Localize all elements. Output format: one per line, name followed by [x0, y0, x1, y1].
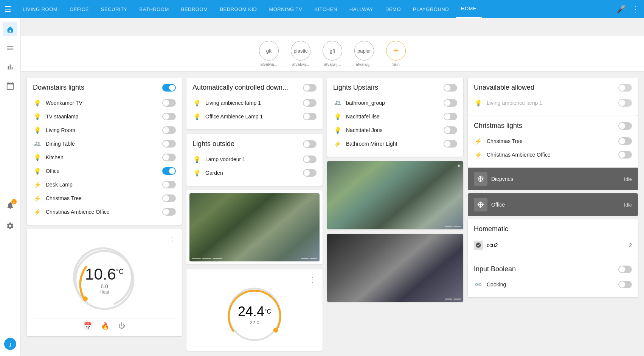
sidebar-list-icon[interactable]	[3, 41, 17, 55]
hamburger-menu[interactable]: ☰	[5, 5, 11, 14]
item-toggle[interactable]	[303, 155, 317, 163]
tab-office[interactable]: OFFICE	[64, 0, 94, 18]
downstairs-toggle[interactable]	[162, 84, 176, 92]
sidebar-chart-icon[interactable]	[3, 60, 17, 74]
outside-camera-card	[186, 190, 323, 264]
unavail-item-toggle[interactable]	[618, 99, 632, 107]
tab-security[interactable]: SECURITY	[96, 0, 133, 18]
item-label: Desk Lamp	[46, 182, 158, 188]
column-right2: Lights Upstairs bathroom_group 💡 Nachtta…	[327, 78, 463, 351]
waste-gft-2[interactable]: gft afvalwij...	[323, 41, 342, 67]
tab-kitchen[interactable]: KITCHEN	[309, 0, 343, 18]
sidebar-calendar-icon[interactable]	[3, 79, 17, 93]
thermostat2-more-icon[interactable]: ⋮	[309, 275, 317, 284]
downstairs-header: Downstairs lights	[33, 84, 176, 92]
thermostat-schedule-icon[interactable]: 📅	[84, 322, 92, 330]
item-toggle[interactable]	[303, 99, 317, 107]
item-toggle[interactable]	[162, 154, 176, 161]
tab-playground[interactable]: PLAYGROUND	[408, 0, 454, 18]
freezer-status: Idle	[624, 176, 632, 182]
item-toggle[interactable]	[444, 99, 457, 107]
item-toggle[interactable]	[162, 99, 176, 107]
item-toggle[interactable]	[162, 113, 176, 120]
unavailable-item: 💡 Living ambience lamp 1	[474, 96, 632, 110]
list-item: 💡 TV staanlamp	[33, 110, 176, 123]
freezer-status: Idle	[624, 202, 632, 208]
item-toggle[interactable]	[162, 126, 176, 134]
lights-outside-toggle[interactable]	[303, 140, 317, 148]
bolt-icon: ⚡	[33, 194, 42, 203]
item-toggle[interactable]	[303, 169, 317, 177]
upstairs-toggle[interactable]	[444, 84, 457, 92]
waste-plastic[interactable]: plastic afvalwij...	[291, 41, 310, 67]
item-toggle[interactable]	[162, 181, 176, 188]
waste-label-sun: Sun	[392, 62, 400, 67]
item-label: Christmas Ambience Office	[487, 152, 615, 158]
waste-circle-gft2: gft	[323, 41, 342, 61]
sidebar-settings-icon[interactable]	[3, 219, 17, 233]
item-label: Office	[46, 168, 158, 174]
upstairs-header: Lights Upstairs	[333, 84, 457, 92]
thermostat-more-icon[interactable]: ⋮	[168, 235, 176, 244]
waste-circle-gft1: gft	[259, 41, 279, 61]
item-label: Bathroom Mirror Light	[346, 141, 440, 147]
item-toggle[interactable]	[444, 140, 457, 148]
item-toggle[interactable]	[444, 113, 457, 120]
thermostat-flame-icon[interactable]: 🔥	[101, 322, 109, 330]
tab-hallway[interactable]: HALLWAY	[344, 0, 379, 18]
item-toggle[interactable]	[618, 151, 632, 159]
list-item: ⚡ Christmas Tree	[474, 134, 632, 148]
waste-gft-1[interactable]: gft afvalwij...	[259, 41, 279, 67]
homematic-card: Homematic ccu2 2	[468, 219, 638, 259]
tab-home[interactable]: HOME	[456, 0, 482, 18]
thermostat2-card: ⋮ 24.4°C 22.0	[186, 269, 323, 351]
list-item: 💡 Garden	[192, 166, 317, 180]
item-label: Living Room	[46, 127, 158, 133]
list-item: Cooking	[474, 278, 632, 291]
tab-bedroom[interactable]: BEDROOM	[176, 0, 213, 18]
bulb-icon: 💡	[33, 112, 42, 121]
bulb-icon: 💡	[192, 98, 202, 107]
item-toggle[interactable]	[618, 281, 632, 288]
tab-bedroom-kid[interactable]: BEDROOM KID	[214, 0, 262, 18]
waste-circle-sun: ☀	[386, 41, 406, 61]
list-item: 💡 Kitchen	[33, 151, 176, 164]
item-toggle[interactable]	[162, 194, 176, 202]
list-item: ⚡ Bathroom Mirror Light	[333, 137, 457, 151]
thermostat-mode: Heat	[85, 289, 124, 295]
waste-papier[interactable]: papier afvalwij...	[354, 41, 374, 67]
lights-outside-header: Lights outside	[192, 140, 317, 148]
auto-toggle[interactable]	[303, 84, 317, 92]
tab-bathroom[interactable]: BATHROOM	[134, 0, 174, 18]
thermostat-power-icon[interactable]: ⏻	[118, 322, 125, 330]
item-toggle[interactable]	[162, 167, 176, 175]
christmas-toggle[interactable]	[618, 122, 632, 130]
freezer-name: Office	[491, 202, 624, 208]
microphone-icon[interactable]: 🎤	[616, 5, 626, 14]
unavailable-toggle[interactable]	[618, 84, 632, 92]
sidebar-notification-icon[interactable]: 1	[3, 198, 17, 213]
item-toggle[interactable]	[162, 140, 176, 148]
tab-demo[interactable]: DEMO	[380, 0, 406, 18]
input-boolean-title: Input Boolean	[474, 265, 516, 273]
freezer-office[interactable]: Office Idle	[468, 193, 638, 216]
waste-sun[interactable]: ☀ Sun	[386, 41, 406, 67]
item-toggle[interactable]	[444, 126, 457, 134]
freezer-diepvries[interactable]: Diepvries Idle	[468, 168, 638, 190]
sidebar-home-icon[interactable]	[3, 22, 17, 36]
downstairs-lights-card: Downstairs lights 💡 Woonkamer TV 💡 TV st…	[27, 78, 182, 225]
input-boolean-toggle[interactable]	[618, 266, 632, 273]
lights-outside-title: Lights outside	[192, 140, 234, 148]
bulb-icon: 💡	[33, 98, 42, 107]
homematic-title: Homematic	[474, 225, 508, 233]
item-toggle[interactable]	[303, 113, 317, 120]
more-options-icon[interactable]: ⋮	[632, 5, 639, 14]
thermostat-values: 10.6°C 6.0 Heat	[85, 265, 124, 295]
tab-living-room[interactable]: LIVING ROOM	[17, 0, 63, 18]
tab-morning-tv[interactable]: MORNING TV	[264, 0, 307, 18]
item-toggle[interactable]	[162, 208, 176, 216]
user-avatar[interactable]: j	[4, 338, 16, 350]
auto-header: Automatically controlled down...	[192, 84, 317, 92]
bulb-icon: 💡	[33, 126, 42, 135]
item-toggle[interactable]	[618, 137, 632, 145]
